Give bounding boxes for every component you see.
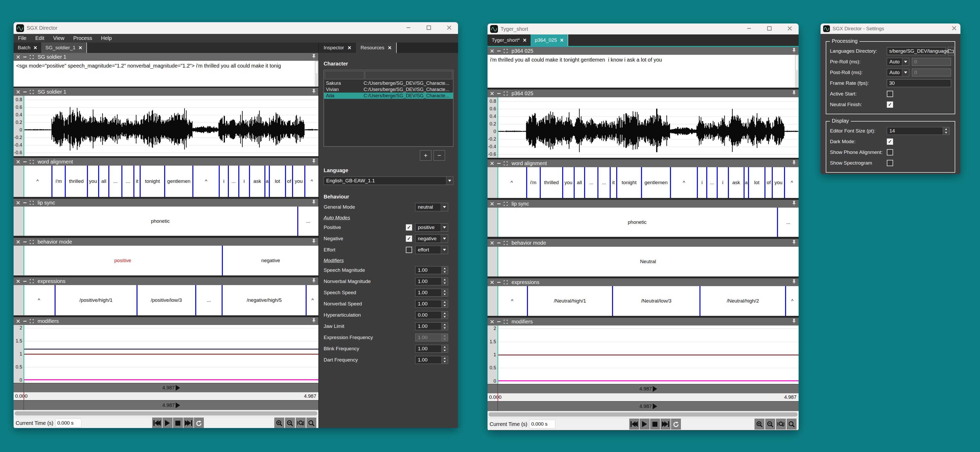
play-button[interactable] [640, 419, 650, 430]
table-header-name[interactable] [325, 71, 364, 79]
loop-button[interactable] [194, 417, 204, 428]
zoom-fit-button[interactable] [776, 419, 786, 430]
dart-frequency-spinner[interactable]: 1.00 [415, 356, 448, 364]
panel-minimize-icon[interactable] [23, 55, 27, 59]
zoom-in-button[interactable] [754, 419, 764, 430]
spin-up-icon[interactable] [442, 266, 448, 270]
scrub-handle-icon[interactable] [176, 385, 180, 391]
titlebar[interactable]: SGX Director [14, 22, 458, 34]
spin-down-icon[interactable] [442, 270, 448, 274]
add-character-button[interactable]: + [420, 150, 431, 161]
word-segment[interactable]: i'm [526, 167, 540, 198]
word-segment[interactable]: i [238, 166, 249, 197]
show-spectrogram-checkbox[interactable] [887, 160, 893, 166]
spin-up-icon[interactable] [442, 323, 448, 326]
word-segment[interactable]: it [134, 166, 140, 197]
pin-icon[interactable] [312, 239, 316, 245]
word-alignment-track[interactable]: ^ i'm thrilled you all ... ... it tonigh… [498, 167, 799, 198]
modifier-line-zero[interactable] [498, 380, 799, 381]
spin-up-icon[interactable] [442, 278, 448, 281]
modifier-line-unity[interactable] [498, 354, 799, 355]
panel-minimize-icon[interactable] [23, 279, 27, 283]
current-time-field[interactable]: 0.000 s [55, 419, 81, 428]
pin-icon[interactable] [792, 90, 796, 97]
panel-close-icon[interactable] [490, 280, 494, 284]
languages-directory-field[interactable]: s/berge/SG_DEV/languages [887, 47, 946, 55]
tab-close-icon[interactable]: × [33, 45, 37, 51]
panel-close-icon[interactable] [490, 161, 494, 165]
speech-speed-spinner[interactable]: 1.00 [415, 289, 448, 297]
negative-dropdown[interactable]: negative [415, 235, 448, 243]
editor-font-size-spinner[interactable]: 14 [887, 127, 950, 135]
word-segment[interactable]: it [610, 167, 616, 198]
menu-view[interactable]: View [49, 34, 69, 43]
maximize-icon[interactable] [767, 26, 772, 32]
word-segment[interactable]: ^ [784, 167, 799, 198]
word-segment[interactable]: gentlemen [164, 166, 192, 197]
scrub-bar-bottom[interactable]: 4.987 [14, 400, 318, 410]
panel-fullscreen-icon[interactable] [30, 279, 34, 283]
lip-sync-segment[interactable]: phonetic [24, 206, 297, 236]
word-segment[interactable]: a [743, 167, 748, 198]
pin-icon[interactable] [792, 319, 796, 325]
playhead[interactable] [24, 285, 24, 315]
tab-close-icon[interactable]: × [348, 45, 351, 51]
stop-button[interactable] [650, 419, 660, 430]
word-alignment-track[interactable]: ^ i'm thrilled you all ... ... it tonigh… [24, 166, 318, 197]
text-scrollbar[interactable] [795, 55, 799, 88]
word-segment[interactable]: ask [728, 167, 743, 198]
expression-segment[interactable]: /Neutral/low/3 [612, 286, 700, 316]
lip-sync-track[interactable]: phonetic ... [24, 206, 318, 236]
tab-sg-soldier-1[interactable]: SG_soldier_1× [41, 43, 87, 53]
table-header-path[interactable] [365, 71, 452, 79]
panel-fullscreen-icon[interactable] [30, 240, 34, 244]
expression-segment[interactable]: /Neutral/high/1 [527, 286, 612, 316]
panel-minimize-icon[interactable] [23, 319, 27, 323]
skip-to-start-button[interactable] [629, 419, 639, 430]
remove-character-button[interactable]: − [433, 150, 445, 161]
titlebar[interactable]: Tyger_short [487, 24, 799, 35]
pin-icon[interactable] [312, 278, 316, 284]
hyperarticulation-spinner[interactable]: 0.00 [415, 311, 448, 319]
playhead[interactable] [498, 97, 498, 158]
panel-fullscreen-icon[interactable] [504, 201, 508, 206]
panel-minimize-icon[interactable] [497, 161, 501, 165]
scrub-bar-top[interactable]: 4.987 [487, 384, 799, 393]
scrub-bar-bottom[interactable]: 4.987 [487, 401, 799, 411]
expression-segment[interactable]: ^ [305, 285, 318, 315]
modifier-line-zero[interactable] [24, 379, 318, 380]
sgx-text-editor[interactable]: <sgx mode="positive" speech_magnitude="1… [14, 61, 315, 87]
expression-segment[interactable]: /positive/high/1 [54, 285, 137, 315]
scrollbar-thumb[interactable] [488, 412, 797, 417]
word-segment[interactable]: thrilled [65, 166, 87, 197]
word-segment[interactable]: of [764, 167, 772, 198]
word-segment[interactable]: all [98, 166, 108, 197]
expression-segment[interactable]: ^ [24, 285, 54, 315]
word-segment[interactable]: ... [121, 166, 134, 197]
pin-icon[interactable] [792, 160, 796, 167]
word-segment[interactable]: tonight [140, 166, 164, 197]
panel-fullscreen-icon[interactable] [30, 319, 34, 323]
modifiers-plot[interactable] [24, 325, 318, 383]
close-icon[interactable] [447, 25, 452, 31]
skip-to-end-button[interactable] [183, 417, 193, 428]
panel-fullscreen-icon[interactable] [504, 49, 508, 53]
tab-close-icon[interactable]: × [78, 45, 82, 51]
word-segment[interactable]: ^ [498, 167, 526, 198]
panel-close-icon[interactable] [16, 201, 21, 205]
word-segment[interactable]: i [717, 167, 728, 198]
negative-checkbox[interactable] [406, 236, 412, 242]
word-segment[interactable]: ... [584, 167, 597, 198]
panel-fullscreen-icon[interactable] [504, 319, 508, 324]
spin-down-icon[interactable] [442, 281, 448, 285]
panel-fullscreen-icon[interactable] [504, 91, 508, 95]
expression-segment[interactable]: ^ [498, 286, 527, 316]
positive-checkbox[interactable] [406, 224, 412, 231]
zoom-selection-button[interactable] [306, 417, 316, 428]
tab-batch[interactable]: Batch× [14, 43, 41, 53]
word-segment[interactable]: ^ [670, 167, 697, 198]
character-row[interactable]: VivianC:/Users/berge/SG_DEV/SG_Characte.… [324, 86, 453, 93]
word-segment[interactable]: you [562, 167, 574, 198]
spin-up-icon[interactable] [943, 127, 949, 131]
spin-down-icon[interactable] [442, 293, 448, 297]
